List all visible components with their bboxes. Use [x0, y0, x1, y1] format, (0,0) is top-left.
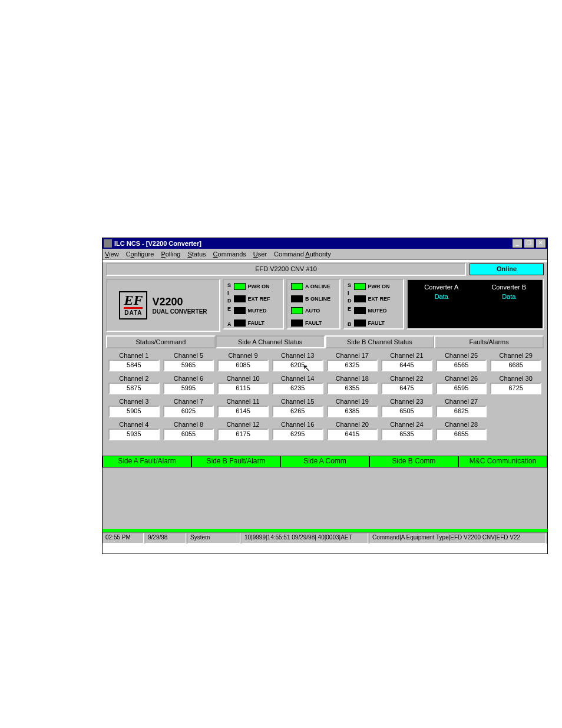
- channel-cell: Channel 166295: [272, 421, 323, 440]
- channel-label: Channel 5: [163, 352, 214, 359]
- led-lamp-icon: [291, 295, 303, 302]
- led-lamp-icon: [234, 319, 246, 327]
- led-indicator: AUTO: [291, 307, 336, 314]
- led-lamp-icon: [354, 319, 366, 327]
- channel-cell: Channel 55965: [163, 352, 214, 371]
- channel-cell: Channel 25875: [108, 375, 160, 394]
- channel-value: 6655: [436, 429, 487, 440]
- channel-value: 5845: [108, 360, 160, 371]
- channel-cell: Channel 126175: [217, 421, 269, 440]
- menu-status[interactable]: Status: [187, 251, 206, 258]
- channel-value: 6385: [327, 406, 378, 417]
- led-indicator: FAULT: [291, 319, 336, 327]
- tab-side-a-channel-status[interactable]: Side A Channel Status: [216, 335, 325, 348]
- status-command-id: 10|9999|14:55:51 09/29/98| 40|0003|AET: [242, 533, 368, 543]
- channel-label: Channel 30: [490, 375, 541, 382]
- converter-b-button[interactable]: Converter B Data: [475, 280, 543, 328]
- channel-label: Channel 29: [490, 352, 541, 359]
- channel-label: Channel 10: [217, 375, 269, 382]
- channel-value: 6535: [381, 429, 432, 440]
- channel-label: Channel 22: [381, 375, 432, 382]
- channel-label: Channel 15: [272, 398, 323, 405]
- menu-commands[interactable]: Commands: [213, 251, 246, 258]
- channel-cell: Channel 45935: [108, 421, 160, 440]
- channel-value: 6055: [163, 429, 214, 440]
- channel-value: 6025: [163, 406, 214, 417]
- channel-label: Channel 14: [272, 375, 323, 382]
- channel-value: 5875: [108, 383, 160, 394]
- window-title: ILC NCS - [V2200 Converter]: [114, 240, 511, 247]
- channel-cell: Channel 306725: [490, 375, 541, 394]
- channel-cell: Channel 35905: [108, 398, 160, 417]
- channel-cell: Channel 116145: [217, 398, 269, 417]
- channel-value: 6505: [381, 406, 432, 417]
- channel-label: Channel 7: [163, 398, 214, 405]
- channel-cell: Channel 186355: [327, 375, 378, 394]
- led-indicator: EXT REF: [234, 295, 280, 302]
- channel-value: 5965: [163, 360, 214, 371]
- led-label: PWR ON: [248, 284, 270, 289]
- led-label: EXT REF: [248, 296, 270, 302]
- channel-cell: Channel 206415: [327, 421, 378, 440]
- menu-command-authority[interactable]: Command Authority: [274, 251, 331, 258]
- channel-cell: Channel 246535: [381, 421, 432, 440]
- channel-cell: Channel 106115: [217, 375, 269, 394]
- led-label: MUTED: [248, 308, 267, 314]
- channel-label: Channel 12: [217, 421, 269, 428]
- channel-label: Channel 1: [108, 352, 160, 359]
- led-label: FAULT: [305, 320, 322, 326]
- channel-label: Channel 3: [108, 398, 160, 405]
- channel-label: Channel 16: [272, 421, 323, 428]
- menu-polling[interactable]: Polling: [161, 251, 180, 258]
- window-minimize-button[interactable]: _: [512, 239, 523, 248]
- menu-user[interactable]: User: [253, 251, 267, 258]
- channel-cell: [490, 398, 541, 417]
- window-maximize-button[interactable]: ❐: [524, 239, 534, 248]
- led-indicator: MUTED: [354, 307, 400, 314]
- channel-label: Channel 25: [436, 352, 487, 359]
- status-light-side-a-comm: Side A Comm: [280, 456, 369, 467]
- led-label: EXT REF: [368, 296, 391, 302]
- status-light-side-a-fault-alarm: Side A Fault/Alarm: [103, 456, 191, 467]
- converter-a-button[interactable]: Converter A Data: [408, 280, 475, 328]
- led-lamp-icon: [234, 307, 246, 314]
- channel-value: 5905: [108, 406, 160, 417]
- channel-value: 6085: [217, 360, 269, 371]
- channel-grid: Channel 15845Channel 55965Channel 96085C…: [108, 352, 541, 440]
- tab-status-command[interactable]: Status/Command: [106, 335, 216, 348]
- tab-faults-alarms[interactable]: Faults/Alarms: [434, 335, 544, 348]
- channel-cell: Channel 76025: [163, 398, 214, 417]
- led-lamp-icon: [291, 307, 303, 314]
- channel-value: 6565: [436, 360, 487, 371]
- status-light-m-c-communication: M&C Communication: [458, 456, 547, 467]
- menu-bar: View Configure Polling Status Commands U…: [103, 249, 547, 260]
- menu-view[interactable]: View: [105, 251, 119, 258]
- channel-cell: Channel 296685: [490, 352, 541, 371]
- led-label: PWR ON: [368, 284, 390, 289]
- online-status: Online: [470, 263, 544, 275]
- window-close-button[interactable]: ✕: [535, 239, 546, 248]
- channel-value: 6475: [381, 383, 432, 394]
- channel-value: 5995: [163, 383, 214, 394]
- channel-label: Channel 4: [108, 421, 160, 428]
- channel-value: 6725: [490, 383, 541, 394]
- channel-cell: Channel 196385: [327, 398, 378, 417]
- led-indicator: PWR ON: [354, 283, 400, 290]
- menu-configure[interactable]: Configure: [126, 251, 154, 258]
- led-lamp-icon: [291, 319, 303, 327]
- led-indicator: FAULT: [354, 319, 400, 327]
- channel-cell: Channel 15845: [108, 352, 160, 371]
- brand-logo: EF DATA: [119, 291, 147, 319]
- tab-side-b-channel-status[interactable]: Side B Channel Status: [325, 335, 435, 348]
- channel-value: 6625: [436, 406, 487, 417]
- window-titlebar: ILC NCS - [V2200 Converter] _ ❐ ✕: [103, 238, 547, 249]
- side-a-led-panel: SIDE A PWR ONEXT REFMUTEDFAULT: [223, 279, 284, 330]
- channel-value: 6265: [272, 406, 323, 417]
- status-command-detail: Command|A Equipment Type|EFD V2200 CNV|E…: [369, 533, 546, 543]
- led-lamp-icon: [234, 283, 246, 290]
- channel-label: Channel 8: [163, 421, 214, 428]
- channel-value: 6595: [436, 383, 487, 394]
- channel-value: 6115: [217, 383, 269, 394]
- channel-cell: Channel 156265: [272, 398, 323, 417]
- channel-cell: Channel 286655: [436, 421, 487, 440]
